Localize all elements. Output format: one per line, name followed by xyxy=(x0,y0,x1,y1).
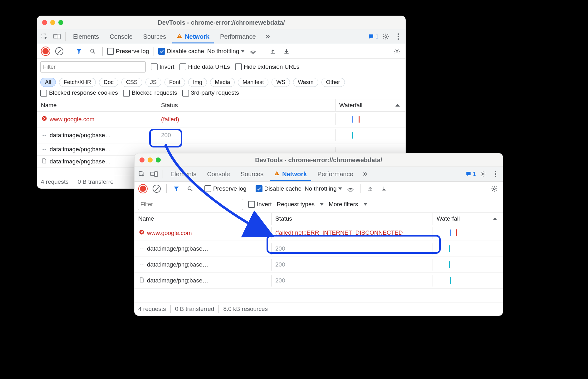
tab-performance[interactable]: Performance xyxy=(313,167,358,181)
col-waterfall[interactable]: Waterfall xyxy=(336,99,405,111)
network-settings-icon[interactable] xyxy=(489,183,500,194)
more-tabs-icon[interactable] xyxy=(360,169,370,179)
table-row[interactable]: www.google.com (failed) net::ERR_INTERNE… xyxy=(135,225,503,241)
col-waterfall[interactable]: Waterfall xyxy=(433,213,503,225)
tab-sources[interactable]: Sources xyxy=(139,30,170,43)
issues-badge[interactable]: 1 xyxy=(368,33,379,40)
disable-cache-checkbox[interactable]: Disable cache xyxy=(158,48,204,55)
minimize-icon[interactable] xyxy=(148,157,153,162)
clear-button[interactable] xyxy=(54,46,65,57)
table-header[interactable]: Name Status Waterfall xyxy=(135,213,503,225)
import-har-icon[interactable] xyxy=(365,183,375,194)
inspect-element-icon[interactable] xyxy=(136,169,147,179)
record-button[interactable] xyxy=(138,183,148,194)
table-row[interactable]: data:image/png;base… 200 xyxy=(135,273,503,289)
tab-sources[interactable]: Sources xyxy=(236,167,268,181)
chip-wasm[interactable]: Wasm xyxy=(293,78,318,87)
tab-console[interactable]: Console xyxy=(105,30,137,43)
chip-fetch-xhr[interactable]: Fetch/XHR xyxy=(59,78,96,87)
clear-button[interactable] xyxy=(151,183,162,194)
table-row[interactable]: --data:image/png;base… 200 xyxy=(135,257,503,273)
sort-asc-icon xyxy=(395,104,400,107)
tab-elements[interactable]: Elements xyxy=(69,30,103,43)
chip-manifest[interactable]: Manifest xyxy=(238,78,268,87)
tab-network[interactable]: Network xyxy=(270,167,311,181)
chip-font[interactable]: Font xyxy=(164,78,185,87)
tab-elements[interactable]: Elements xyxy=(166,167,201,181)
close-icon[interactable] xyxy=(140,157,145,162)
chip-css[interactable]: CSS xyxy=(121,78,142,87)
network-conditions-icon[interactable] xyxy=(248,46,258,57)
kebab-menu-icon[interactable] xyxy=(490,169,501,179)
chip-media[interactable]: Media xyxy=(210,78,235,87)
filter-toggle-icon[interactable] xyxy=(171,183,182,194)
search-icon[interactable] xyxy=(87,46,98,57)
table-header[interactable]: Name Status Waterfall xyxy=(37,99,405,112)
invert-checkbox[interactable]: Invert xyxy=(248,201,272,208)
col-status[interactable]: Status xyxy=(157,99,336,111)
disable-cache-checkbox[interactable]: Disable cache xyxy=(256,185,301,192)
titlebar[interactable]: DevTools - chrome-error://chromewebdata/ xyxy=(37,16,405,29)
preserve-log-checkbox[interactable]: Preserve log xyxy=(107,48,149,55)
third-party-checkbox[interactable]: 3rd-party requests xyxy=(182,89,239,97)
import-har-icon[interactable] xyxy=(267,46,278,57)
search-icon[interactable] xyxy=(185,183,195,194)
col-status[interactable]: Status xyxy=(272,213,433,225)
chip-ws[interactable]: WS xyxy=(272,78,290,87)
more-tabs-icon[interactable] xyxy=(262,31,273,42)
row-name: data:image/png;base… xyxy=(50,158,111,165)
filter-input[interactable] xyxy=(40,61,146,72)
blocked-requests-checkbox[interactable]: Blocked requests xyxy=(123,89,177,97)
hide-data-urls-checkbox[interactable]: Hide data URLs xyxy=(179,63,230,71)
tab-network[interactable]: Network xyxy=(172,30,214,43)
waterfall-bars xyxy=(437,275,499,286)
preserve-log-checkbox[interactable]: Preserve log xyxy=(204,185,247,192)
inspect-element-icon[interactable] xyxy=(39,31,50,42)
table-row[interactable]: www.google.com (failed) xyxy=(37,112,405,127)
minimize-icon[interactable] xyxy=(50,20,55,25)
chip-all[interactable]: All xyxy=(40,78,56,87)
footer-requests: 4 requests xyxy=(41,178,69,185)
network-conditions-icon[interactable] xyxy=(345,183,356,194)
row-name: data:image/png;base… xyxy=(147,261,208,268)
device-toolbar-icon[interactable] xyxy=(51,31,62,42)
invert-checkbox[interactable]: Invert xyxy=(151,63,174,71)
chip-js[interactable]: JS xyxy=(145,78,161,87)
row-name: www.google.com xyxy=(147,230,192,236)
request-types-dropdown[interactable]: Request types xyxy=(277,201,324,208)
record-button[interactable] xyxy=(40,46,51,57)
hide-ext-urls-checkbox[interactable]: Hide extension URLs xyxy=(235,63,299,71)
col-name[interactable]: Name xyxy=(37,99,157,111)
throttling-select[interactable]: No throttling xyxy=(305,185,342,192)
filter-input[interactable] xyxy=(138,199,243,210)
zoom-icon[interactable] xyxy=(156,157,161,162)
chip-img[interactable]: Img xyxy=(188,78,207,87)
chip-doc[interactable]: Doc xyxy=(99,78,118,87)
table-row[interactable]: --data:image/png;base… 200 xyxy=(37,127,405,143)
table-row[interactable]: --data:image/png;base… 200 xyxy=(135,241,503,257)
export-har-icon[interactable] xyxy=(379,183,389,194)
throttling-select[interactable]: No throttling xyxy=(207,48,245,55)
close-icon[interactable] xyxy=(42,20,47,25)
blocked-cookies-checkbox[interactable]: Blocked response cookies xyxy=(40,89,118,97)
window-traffic-lights[interactable] xyxy=(42,20,63,25)
more-filters-dropdown[interactable]: More filters xyxy=(329,201,367,208)
export-har-icon[interactable] xyxy=(281,46,292,57)
issues-badge[interactable]: 1 xyxy=(465,171,476,177)
titlebar[interactable]: DevTools - chrome-error://chromewebdata/ xyxy=(135,153,503,167)
col-name[interactable]: Name xyxy=(135,213,272,225)
window-traffic-lights[interactable] xyxy=(140,157,161,162)
chip-other[interactable]: Other xyxy=(321,78,345,87)
page-icon xyxy=(41,158,48,163)
device-toolbar-icon[interactable] xyxy=(149,169,159,179)
kebab-menu-icon[interactable] xyxy=(393,31,404,42)
tab-performance[interactable]: Performance xyxy=(216,30,260,43)
settings-icon[interactable] xyxy=(380,31,391,42)
tab-console[interactable]: Console xyxy=(203,167,234,181)
filter-toggle-icon[interactable] xyxy=(74,46,84,57)
zoom-icon[interactable] xyxy=(58,20,63,25)
settings-icon[interactable] xyxy=(478,169,488,179)
network-settings-icon[interactable] xyxy=(392,46,402,57)
svg-point-17 xyxy=(482,173,484,175)
chevron-down-icon xyxy=(320,203,324,206)
